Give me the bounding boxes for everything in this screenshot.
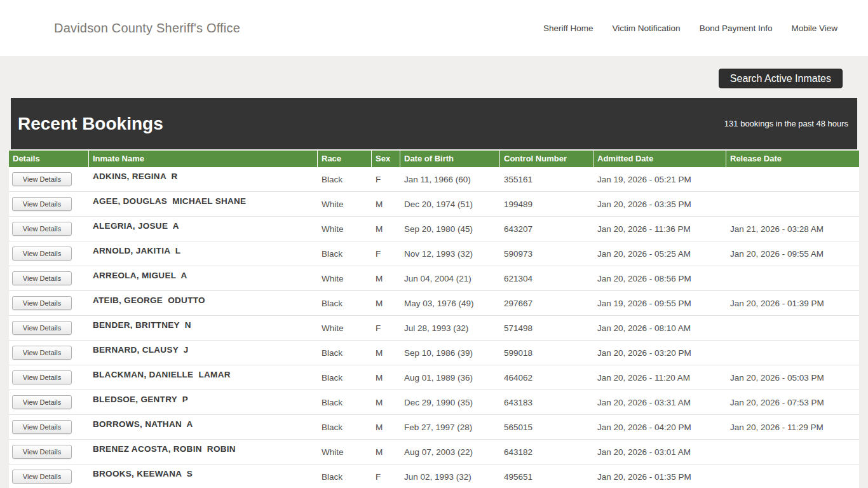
view-details-button[interactable]: View Details <box>12 420 72 434</box>
inmate-sex: F <box>372 167 400 191</box>
view-details-button[interactable]: View Details <box>12 271 72 285</box>
inmate-date-of-birth: Jan 11, 1966 (60) <box>400 167 500 191</box>
inmate-date-of-birth: Feb 27, 1997 (28) <box>400 415 500 439</box>
bookings-count-text: 131 bookings in the past 48 hours <box>724 119 848 128</box>
view-details-button[interactable]: View Details <box>12 445 72 459</box>
inmate-name: BRENEZ ACOSTA, ROBIN ROBIN <box>89 440 318 464</box>
release-date: Jan 20, 2026 - 09:55 AM <box>726 241 859 266</box>
control-number: 464062 <box>500 365 593 390</box>
inmate-name: ALEGRIA, JOSUE A <box>89 217 318 241</box>
main-nav: Sheriff Home Victim Notification Bond Pa… <box>543 24 837 33</box>
inmate-name: ADKINS, REGINA R <box>89 167 318 191</box>
nav-sheriff-home[interactable]: Sheriff Home <box>543 24 593 33</box>
details-cell: View Details <box>9 266 89 290</box>
inmate-name: BENDER, BRITTNEY N <box>89 316 318 340</box>
inmate-sex: M <box>372 390 400 414</box>
release-date <box>726 167 859 191</box>
control-number: 621304 <box>500 266 593 290</box>
inmate-date-of-birth: Jun 02, 1993 (32) <box>400 464 500 488</box>
details-cell: View Details <box>9 291 89 315</box>
inmate-date-of-birth: Jun 04, 2004 (21) <box>400 266 500 290</box>
inmate-race: Black <box>318 415 372 439</box>
details-cell: View Details <box>9 440 89 464</box>
view-details-button[interactable]: View Details <box>12 470 72 484</box>
table-row: View Details ADKINS, REGINA R Black F Ja… <box>9 167 859 192</box>
admitted-date: Jan 20, 2026 - 11:20 AM <box>593 365 726 390</box>
inmate-sex: F <box>372 241 400 266</box>
inmate-race: White <box>318 316 372 340</box>
control-number: 590973 <box>500 241 593 266</box>
release-date: Jan 20, 2026 - 11:29 PM <box>726 415 859 439</box>
inmate-sex: M <box>372 291 400 315</box>
inmate-date-of-birth: May 03, 1976 (49) <box>400 291 500 315</box>
inmate-race: White <box>318 440 372 464</box>
column-header-date-of-birth: Date of Birth <box>400 151 500 167</box>
inmate-name: ARREOLA, MIGUEL A <box>89 266 318 290</box>
table-row: View Details BENDER, BRITTNEY N White F … <box>9 316 859 341</box>
inmate-date-of-birth: Nov 12, 1993 (32) <box>400 241 500 266</box>
table-row: View Details ARNOLD, JAKITIA L Black F N… <box>9 241 859 266</box>
release-date <box>726 316 859 340</box>
details-cell: View Details <box>9 365 89 390</box>
admitted-date: Jan 20, 2026 - 08:10 AM <box>593 316 726 340</box>
column-header-inmate-name: Inmate Name <box>89 151 318 167</box>
inmate-date-of-birth: Aug 07, 2003 (22) <box>400 440 500 464</box>
inmate-race: Black <box>318 390 372 414</box>
admitted-date: Jan 20, 2026 - 04:20 PM <box>593 415 726 439</box>
details-cell: View Details <box>9 341 89 365</box>
inmate-sex: M <box>372 365 400 390</box>
view-details-button[interactable]: View Details <box>12 197 72 211</box>
control-number: 355161 <box>500 167 593 191</box>
column-header-control-number: Control Number <box>500 151 593 167</box>
details-cell: View Details <box>9 167 89 191</box>
control-number: 571498 <box>500 316 593 340</box>
admitted-date: Jan 19, 2026 - 09:55 PM <box>593 291 726 315</box>
inmate-name: BLEDSOE, GENTRY P <box>89 390 318 414</box>
view-details-button[interactable]: View Details <box>12 321 72 335</box>
view-details-button[interactable]: View Details <box>12 247 72 261</box>
page-content: Search Active Inmates Recent Bookings 13… <box>0 69 868 488</box>
table-row: View Details AGEE, DOUGLAS MICHAEL SHANE… <box>9 192 859 217</box>
nav-bond-payment-info[interactable]: Bond Payment Info <box>700 24 773 33</box>
inmate-date-of-birth: Sep 20, 1980 (45) <box>400 217 500 241</box>
inmate-race: White <box>318 192 372 216</box>
nav-mobile-view[interactable]: Mobile View <box>791 24 837 33</box>
table-row: View Details BLEDSOE, GENTRY P Black M D… <box>9 390 859 415</box>
details-cell: View Details <box>9 390 89 414</box>
top-header: Davidson County Sheriff's Office Sheriff… <box>0 0 868 56</box>
inmate-sex: M <box>372 415 400 439</box>
table-row: View Details BLACKMAN, DANIELLE LAMAR Bl… <box>9 365 859 390</box>
admitted-date: Jan 20, 2026 - 08:56 PM <box>593 266 726 290</box>
inmate-race: Black <box>318 291 372 315</box>
nav-victim-notification[interactable]: Victim Notification <box>613 24 681 33</box>
inmate-name: BERNARD, CLAUSY J <box>89 341 318 365</box>
release-date: Jan 20, 2026 - 07:53 PM <box>726 390 859 414</box>
view-details-button[interactable]: View Details <box>12 296 72 310</box>
column-header-race: Race <box>318 151 372 167</box>
details-cell: View Details <box>9 192 89 216</box>
search-active-inmates-button[interactable]: Search Active Inmates <box>719 69 843 88</box>
column-header-details: Details <box>9 151 89 167</box>
view-details-button[interactable]: View Details <box>12 346 72 360</box>
inmate-sex: M <box>372 192 400 216</box>
inmate-date-of-birth: Sep 10, 1986 (39) <box>400 341 500 365</box>
admitted-date: Jan 20, 2026 - 11:36 PM <box>593 217 726 241</box>
control-number: 199489 <box>500 192 593 216</box>
control-number: 297667 <box>500 291 593 315</box>
inmate-date-of-birth: Jul 28, 1993 (32) <box>400 316 500 340</box>
view-details-button[interactable]: View Details <box>12 172 72 186</box>
view-details-button[interactable]: View Details <box>12 395 72 409</box>
view-details-button[interactable]: View Details <box>12 370 72 384</box>
table-row: View Details ARREOLA, MIGUEL A White M J… <box>9 266 859 291</box>
column-header-admitted-date: Admitted Date <box>593 151 726 167</box>
inmate-name: AGEE, DOUGLAS MICHAEL SHANE <box>89 192 318 216</box>
inmate-date-of-birth: Dec 29, 1990 (35) <box>400 390 500 414</box>
admitted-date: Jan 19, 2026 - 05:21 PM <box>593 167 726 191</box>
view-details-button[interactable]: View Details <box>12 222 72 236</box>
inmate-name: BORROWS, NATHAN A <box>89 415 318 439</box>
table-row: View Details ATEIB, GEORGE ODUTTO Black … <box>9 291 859 316</box>
release-date <box>726 464 859 488</box>
release-date: Jan 20, 2026 - 01:39 PM <box>726 291 859 315</box>
inmate-name: BLACKMAN, DANIELLE LAMAR <box>89 365 318 390</box>
table-body: View Details ADKINS, REGINA R Black F Ja… <box>9 167 859 488</box>
